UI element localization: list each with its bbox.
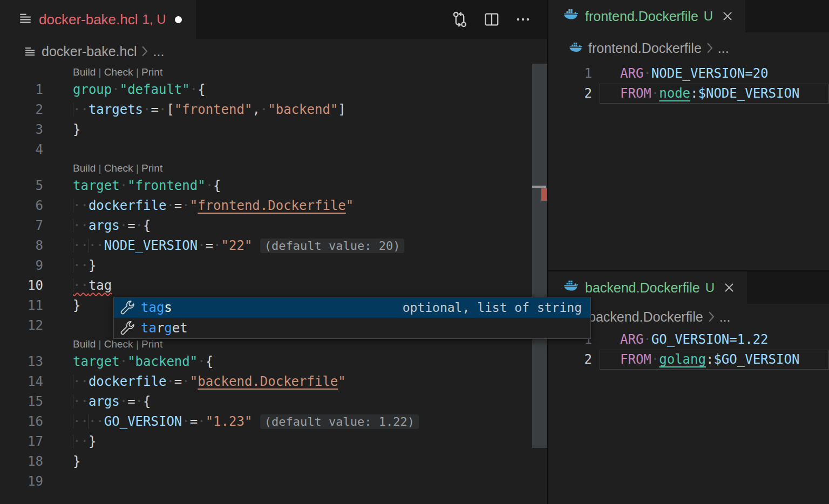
line-content[interactable]: ····NODE_VERSION·=·"22" (default value: …: [54, 236, 547, 256]
breadcrumb-item-file[interactable]: frontend.Dockerfile: [588, 40, 702, 56]
line-content[interactable]: group·"default"·{: [54, 80, 547, 100]
line-number[interactable]: 5: [0, 176, 54, 196]
line-number[interactable]: 4: [0, 140, 54, 160]
code-lens-build[interactable]: Build: [73, 66, 96, 78]
tab-docker-bake-hcl[interactable]: docker-bake.hcl 1, U: [0, 0, 196, 39]
code-line-13[interactable]: 13target·"backend"·{: [0, 352, 547, 372]
code-line-14[interactable]: 14··dockerfile·=·"backend.Dockerfile": [0, 372, 547, 392]
wrench-property-icon: [120, 321, 134, 335]
breadcrumb-item-more[interactable]: ...: [719, 309, 731, 325]
line-number[interactable]: 15: [0, 392, 54, 412]
line-content[interactable]: target·"frontend"·{: [54, 176, 547, 196]
main-scrollbar[interactable]: [532, 64, 547, 504]
more-actions-icon[interactable]: [515, 11, 531, 28]
code-line-7[interactable]: 7··args·=·{: [0, 216, 547, 236]
panel-code-frontend[interactable]: 1ARG·NODE_VERSION=202FROM·node:$NODE_VER…: [548, 64, 829, 104]
open-changes-icon[interactable]: [451, 11, 468, 28]
code-line-2[interactable]: 2··targets·=·["frontend",·"backend"]: [0, 100, 547, 120]
scrollbar-slider[interactable]: [532, 64, 547, 448]
line-content[interactable]: ··dockerfile·=·"backend.Dockerfile": [54, 372, 547, 392]
close-icon[interactable]: [722, 10, 733, 22]
breadcrumb-item-more[interactable]: ...: [718, 40, 729, 56]
line-content[interactable]: FROM·node:$NODE_VERSION: [600, 84, 829, 104]
main-breadcrumb: docker-bake.hcl ...: [0, 39, 547, 64]
code-lens-check[interactable]: Check: [104, 338, 133, 350]
code-line-8[interactable]: 8····NODE_VERSION·=·"22" (default value:…: [0, 236, 547, 256]
line-content[interactable]: }: [54, 452, 547, 472]
code-lens-separator: |: [133, 338, 142, 350]
line-number[interactable]: 2: [548, 84, 600, 104]
code-line-17[interactable]: 17··}: [0, 432, 547, 452]
breadcrumb-item-more[interactable]: ...: [153, 44, 164, 59]
line-number[interactable]: 12: [0, 316, 54, 336]
split-editor-icon[interactable]: [484, 11, 500, 28]
code-line-4[interactable]: 4: [0, 140, 547, 160]
line-number[interactable]: 9: [0, 256, 54, 276]
line-number[interactable]: 3: [0, 120, 54, 140]
code-line-2[interactable]: 2FROM·node:$NODE_VERSION: [548, 84, 829, 104]
breadcrumb-item-file[interactable]: docker-bake.hcl: [42, 44, 137, 59]
code-lens-build[interactable]: Build: [73, 338, 96, 350]
code-lens-print[interactable]: Print: [141, 162, 162, 174]
code-lens-build[interactable]: Build: [73, 162, 96, 174]
line-content[interactable]: [54, 140, 547, 160]
line-content[interactable]: }: [54, 120, 547, 140]
line-number[interactable]: 6: [0, 196, 54, 216]
line-number[interactable]: 11: [0, 296, 54, 316]
line-number[interactable]: 7: [0, 216, 54, 236]
code-line-16[interactable]: 16····GO_VERSION·=·"1.23" (default value…: [0, 412, 547, 432]
line-content[interactable]: ··}: [54, 256, 547, 276]
code-line-18[interactable]: 18}: [0, 452, 547, 472]
tab-problem-git-badge: 1, U: [142, 12, 166, 27]
line-number[interactable]: 8: [0, 236, 54, 256]
line-number[interactable]: 14: [0, 372, 54, 392]
line-number[interactable]: 1: [0, 80, 54, 100]
line-number[interactable]: 1: [548, 64, 600, 84]
code-lens-separator: |: [96, 162, 104, 174]
line-content[interactable]: ··targets·=·["frontend",·"backend"]: [54, 100, 547, 120]
line-content[interactable]: ··args·=·{: [54, 392, 547, 412]
tab-frontend-dockerfile[interactable]: frontend.Dockerfile U: [548, 0, 745, 32]
code-line-1[interactable]: 1ARG·NODE_VERSION=20: [548, 64, 829, 84]
code-line-15[interactable]: 15··args·=·{: [0, 392, 547, 412]
code-line-1[interactable]: 1group·"default"·{: [0, 80, 547, 100]
line-content[interactable]: ····GO_VERSION·=·"1.23" (default value: …: [54, 412, 547, 432]
line-number[interactable]: 18: [0, 452, 54, 472]
code-line-9[interactable]: 9··}: [0, 256, 547, 276]
main-tab-bar: docker-bake.hcl 1, U: [0, 0, 547, 39]
main-code[interactable]: Build | Check | Print1group·"default"·{2…: [0, 64, 547, 492]
tab-git-badge: U: [705, 280, 715, 295]
line-content[interactable]: [54, 472, 547, 492]
close-icon[interactable]: [723, 282, 735, 294]
line-content[interactable]: FROM·golang:$GO_VERSION: [600, 350, 829, 370]
code-line-6[interactable]: 6··dockerfile·=·"frontend.Dockerfile": [0, 196, 547, 216]
code-lens-print[interactable]: Print: [141, 66, 162, 78]
line-content[interactable]: ··}: [54, 432, 547, 452]
code-line-10[interactable]: 10··tag: [0, 276, 547, 296]
line-content[interactable]: ··args·=·{: [54, 216, 547, 236]
line-number[interactable]: 16: [0, 412, 54, 432]
code-lens-check[interactable]: Check: [104, 162, 133, 174]
suggestion-item-tags[interactable]: tagsoptional, list of string: [114, 297, 590, 318]
code-line-5[interactable]: 5target·"frontend"·{: [0, 176, 547, 196]
breadcrumb-item-file[interactable]: backend.Dockerfile: [588, 309, 703, 325]
line-number[interactable]: 17: [0, 432, 54, 452]
suggestion-item-target[interactable]: target: [114, 318, 590, 338]
code-line-2[interactable]: 2FROM·golang:$GO_VERSION: [548, 350, 829, 370]
line-content[interactable]: ··tag: [54, 276, 547, 296]
code-line-19[interactable]: 19: [0, 472, 547, 492]
code-lens-print[interactable]: Print: [141, 338, 162, 350]
line-number[interactable]: 2: [0, 100, 54, 120]
line-number[interactable]: 13: [0, 352, 54, 372]
gutter-spacer: [0, 160, 54, 176]
line-number[interactable]: 2: [548, 350, 600, 370]
line-content[interactable]: ··dockerfile·=·"frontend.Dockerfile": [54, 196, 547, 216]
line-number[interactable]: 10: [0, 276, 54, 296]
code-lens-links: Build | Check | Print: [54, 160, 547, 176]
line-content[interactable]: ARG·NODE_VERSION=20: [600, 64, 829, 84]
line-number[interactable]: 19: [0, 472, 54, 492]
code-line-3[interactable]: 3}: [0, 120, 547, 140]
line-content[interactable]: ARG·GO_VERSION=1.22: [600, 330, 829, 350]
line-content[interactable]: target·"backend"·{: [54, 352, 547, 372]
code-lens-check[interactable]: Check: [104, 66, 133, 78]
